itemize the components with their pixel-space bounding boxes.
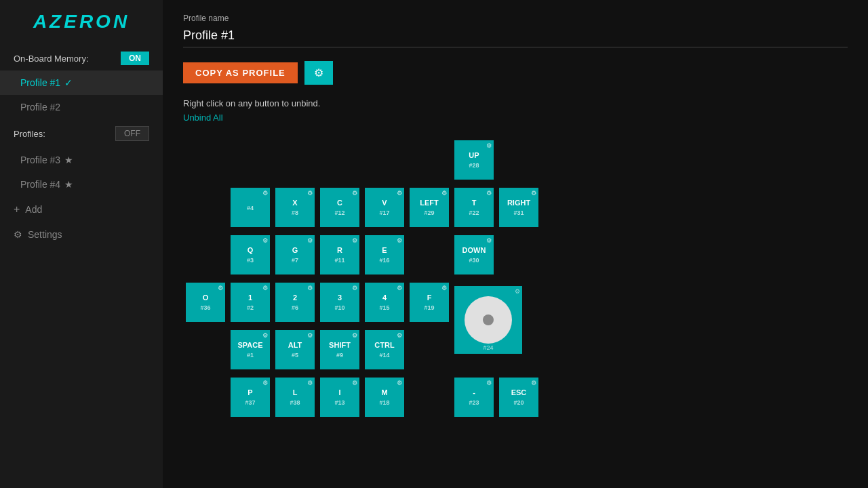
key-button-1[interactable]: ⚙ SPACE #1 xyxy=(231,330,270,369)
joystick-area[interactable]: ⚙ #24 xyxy=(454,286,522,354)
key-num: #10 xyxy=(334,304,344,311)
key-label: G xyxy=(292,246,298,255)
sidebar-profile-item-2[interactable]: Profile #2 xyxy=(0,95,163,119)
key-button-29[interactable]: ⚙ LEFT #29 xyxy=(410,188,449,227)
key-button-16[interactable]: ⚙ E #16 xyxy=(365,235,404,274)
key-num: #29 xyxy=(424,209,434,216)
key-button-12[interactable]: ⚙ C #12 xyxy=(320,188,359,227)
key-num: #12 xyxy=(334,209,344,216)
key-label: Q xyxy=(248,246,254,255)
key-button-9[interactable]: ⚙ SHIFT #9 xyxy=(320,330,359,369)
key-num: #22 xyxy=(469,209,479,216)
key-button-5[interactable]: ⚙ ALT #5 xyxy=(275,330,315,369)
key-button-15[interactable]: ⚙ 4 #15 xyxy=(365,283,404,322)
add-label: Add xyxy=(25,204,42,215)
key-label: RIGHT xyxy=(507,199,530,207)
key-label: CTRL xyxy=(374,341,394,350)
sidebar-profile-item-1[interactable]: Profile #1 ✓ xyxy=(0,70,163,95)
key-button-19[interactable]: ⚙ F #19 xyxy=(410,283,449,322)
onboard-label: On-Board Memory: xyxy=(14,54,89,64)
joystick-num: #24 xyxy=(454,344,522,351)
profile-name-label: Profile name xyxy=(183,14,848,23)
add-profile-row[interactable]: + Add xyxy=(0,197,163,222)
key-label: I xyxy=(338,388,340,397)
key-button-13[interactable]: ⚙ I #13 xyxy=(320,378,359,417)
settings-label: Settings xyxy=(28,229,62,240)
key-num: #37 xyxy=(245,399,255,406)
key-label: L xyxy=(293,388,298,397)
key-button-14[interactable]: ⚙ CTRL #14 xyxy=(365,330,404,369)
key-label: V xyxy=(382,199,387,207)
settings-row[interactable]: ⚙ Settings xyxy=(0,222,163,247)
key-gear-icon: ⚙ xyxy=(352,380,357,386)
key-label: P xyxy=(248,388,252,397)
key-label: LEFT xyxy=(420,199,439,207)
key-button-17[interactable]: ⚙ V #17 xyxy=(365,188,404,227)
profile-gear-button[interactable]: ⚙ xyxy=(304,61,333,85)
key-num: #18 xyxy=(379,399,389,406)
onboard-toggle[interactable]: ON xyxy=(121,52,149,65)
key-gear-icon: ⚙ xyxy=(262,380,268,386)
key-num: #5 xyxy=(292,352,298,359)
key-gear-icon: ⚙ xyxy=(397,380,402,386)
sidebar-profile-item-3[interactable]: Profile #3 ★ xyxy=(0,148,163,172)
key-gear-icon: ⚙ xyxy=(441,285,447,291)
key-num: #4 xyxy=(247,205,254,211)
star-icon: ★ xyxy=(64,155,73,165)
key-label: E xyxy=(382,246,387,255)
key-label: X xyxy=(292,199,297,207)
profile-name-input[interactable] xyxy=(183,26,848,47)
key-num: #17 xyxy=(379,209,389,216)
key-label: O xyxy=(203,293,209,302)
star-icon: ★ xyxy=(64,179,73,190)
key-num: #8 xyxy=(292,209,298,216)
key-num: #31 xyxy=(513,209,524,216)
key-gear-icon: ⚙ xyxy=(531,190,536,197)
key-button-36[interactable]: ⚙ O #36 xyxy=(186,283,225,322)
profile-label: Profile #4 xyxy=(20,179,60,190)
key-label: 2 xyxy=(293,293,297,302)
key-button-38[interactable]: ⚙ L #38 xyxy=(275,378,315,417)
key-button-up[interactable]: ⚙ UP #28 xyxy=(454,140,494,180)
gear-icon: ⚙ xyxy=(14,229,22,240)
key-label: 1 xyxy=(248,293,252,302)
key-gear-icon: ⚙ xyxy=(218,285,223,291)
key-gear-icon: ⚙ xyxy=(397,285,402,291)
key-button-18[interactable]: ⚙ M #18 xyxy=(365,378,404,417)
key-button-4[interactable]: ⚙ #4 xyxy=(231,188,270,227)
key-button-22[interactable]: ⚙ T #22 xyxy=(454,188,494,227)
key-gear-icon: ⚙ xyxy=(486,142,492,149)
key-num: #14 xyxy=(379,352,389,359)
key-num: #38 xyxy=(290,399,300,406)
key-gear-icon: ⚙ xyxy=(307,285,313,291)
key-gear-icon: ⚙ xyxy=(486,237,492,244)
check-icon: ✓ xyxy=(64,77,73,88)
key-num: #3 xyxy=(247,257,254,264)
key-num: #30 xyxy=(469,257,479,264)
key-gear-icon: ⚙ xyxy=(441,190,447,197)
key-label: C xyxy=(337,199,342,207)
profiles-toggle[interactable]: OFF xyxy=(115,126,149,141)
sidebar-profile-item-4[interactable]: Profile #4 ★ xyxy=(0,172,163,197)
key-button-10[interactable]: ⚙ 3 #10 xyxy=(320,283,359,322)
key-button-2[interactable]: ⚙ 1 #2 xyxy=(231,283,270,322)
key-button-37[interactable]: ⚙ P #37 xyxy=(231,378,270,417)
key-button-7[interactable]: ⚙ G #7 xyxy=(275,235,315,274)
copy-as-profile-button[interactable]: COPY AS PROFILE xyxy=(183,62,298,83)
key-button-20[interactable]: ⚙ ESC #20 xyxy=(499,378,538,417)
key-button-31[interactable]: ⚙ RIGHT #31 xyxy=(499,188,538,227)
key-button-30[interactable]: ⚙ DOWN #30 xyxy=(454,235,494,274)
key-num: #2 xyxy=(247,304,254,311)
unbind-all-link[interactable]: Unbind All xyxy=(183,113,848,123)
key-button-8[interactable]: ⚙ X #8 xyxy=(275,188,315,227)
key-gear-icon: ⚙ xyxy=(352,285,357,291)
key-button-11[interactable]: ⚙ R #11 xyxy=(320,235,359,274)
key-gear-icon: ⚙ xyxy=(352,332,357,339)
key-button-3[interactable]: ⚙ Q #3 xyxy=(231,235,270,274)
main-panel: Profile name COPY AS PROFILE ⚙ Right cli… xyxy=(163,0,868,488)
key-button-6[interactable]: ⚙ 2 #6 xyxy=(275,283,315,322)
key-label: R xyxy=(337,246,342,255)
key-button-23[interactable]: ⚙ - #23 xyxy=(454,378,494,417)
profiles-toggle-row: Profiles: OFF xyxy=(0,119,163,148)
key-gear-icon: ⚙ xyxy=(352,190,357,197)
